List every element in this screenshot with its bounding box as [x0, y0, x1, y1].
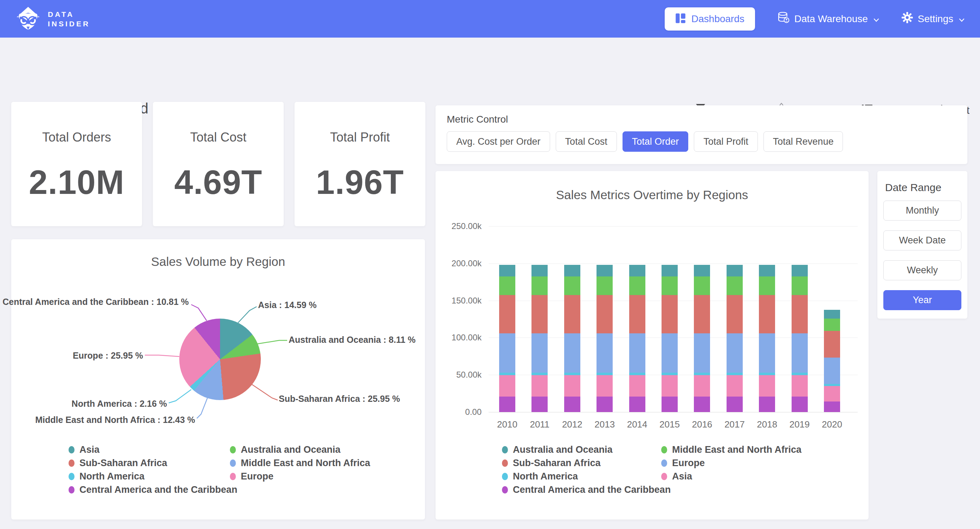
- x-axis-label: 2013: [589, 419, 620, 430]
- bar-segment: [564, 265, 580, 276]
- pie-slice-label: Sub-Saharan Africa : 25.95 %: [279, 394, 400, 404]
- legend-item[interactable]: Sub-Saharan Africa: [68, 458, 167, 468]
- bar-segment: [824, 386, 840, 401]
- bar-segment: [824, 310, 840, 319]
- metric-control-card: Metric Control Avg. Cost per OrderTotal …: [436, 105, 967, 164]
- kpi-label: Total Orders: [11, 130, 142, 145]
- legend-item[interactable]: Asia: [661, 471, 692, 481]
- bar-segment: [792, 295, 808, 334]
- bar-segment: [694, 375, 710, 396]
- legend-marker: [502, 473, 508, 480]
- bar-segment: [629, 276, 645, 295]
- legend-label: Sub-Saharan Africa: [80, 458, 167, 469]
- kpi-value: 1.96T: [294, 163, 425, 202]
- legend-label: Sub-Saharan Africa: [513, 458, 601, 469]
- legend-item[interactable]: Australia and Oceania: [230, 444, 340, 455]
- pie-slice-label: Europe : 25.95 %: [73, 351, 143, 361]
- gear-icon: [902, 12, 913, 25]
- legend-item[interactable]: Asia: [68, 444, 99, 455]
- metric-button[interactable]: Total Profit: [694, 131, 758, 152]
- nav-dashboards-button[interactable]: Dashboards: [665, 7, 755, 30]
- bar-segment: [629, 265, 645, 276]
- legend-item[interactable]: Central America and the Caribbean: [502, 485, 671, 495]
- metric-button[interactable]: Total Revenue: [764, 131, 843, 152]
- legend-label: North America: [513, 471, 578, 482]
- bar-segment: [727, 397, 743, 412]
- bar-segment: [662, 265, 678, 276]
- bar-segment: [792, 334, 808, 373]
- bar-segment: [792, 397, 808, 412]
- legend-item[interactable]: Europe: [661, 458, 705, 468]
- kpi-value: 2.10M: [11, 163, 142, 202]
- bar-segment: [759, 373, 775, 375]
- bar-column: [694, 265, 710, 412]
- bar-segment: [824, 319, 840, 331]
- bar-segment: [759, 375, 775, 396]
- bar-segment: [531, 295, 548, 334]
- nav-data-warehouse[interactable]: Data Warehouse: [778, 11, 879, 26]
- bar-segment: [629, 375, 645, 396]
- bar-segment: [629, 295, 645, 334]
- date-range-button[interactable]: Weekly: [883, 260, 961, 280]
- bar-column: [499, 265, 515, 412]
- legend-item[interactable]: Europe: [230, 471, 274, 481]
- bar-segment: [694, 334, 710, 373]
- page-header: Sales Dashboard Add Filter Boost: Off: [0, 38, 980, 102]
- pie-slice-label: Middle East and North Africa : 12.43 %: [35, 415, 195, 425]
- bar-segment: [662, 373, 678, 375]
- nav-settings-label: Settings: [918, 13, 953, 25]
- date-range-button[interactable]: Monthly: [883, 200, 961, 221]
- legend-label: Central America and the Caribbean: [80, 485, 237, 495]
- legend-marker: [661, 473, 667, 480]
- legend-item[interactable]: North America: [502, 471, 578, 481]
- legend-label: Asia: [80, 444, 99, 455]
- bar-segment: [597, 375, 612, 396]
- legend-item[interactable]: Middle East and North Africa: [230, 458, 370, 468]
- bar-segment: [629, 334, 645, 373]
- legend-item[interactable]: Australia and Oceania: [502, 444, 612, 455]
- bar-segment: [759, 397, 775, 412]
- bar-segment: [662, 334, 678, 373]
- bar-column: [662, 265, 678, 412]
- x-axis-label: 2016: [686, 419, 718, 430]
- bar-column: [824, 310, 840, 412]
- bar-segment: [597, 265, 612, 276]
- bar-segment: [727, 295, 743, 334]
- bar-column: [531, 265, 548, 412]
- metric-button[interactable]: Total Order: [622, 131, 689, 152]
- bar-segment: [597, 295, 612, 334]
- bar-segment: [597, 373, 612, 375]
- brand[interactable]: DATA INSIDER: [16, 6, 90, 32]
- x-axis-label: 2010: [492, 419, 523, 430]
- legend-item[interactable]: Sub-Saharan Africa: [502, 458, 601, 468]
- metric-button[interactable]: Total Cost: [556, 131, 617, 152]
- pie-leader-line: [191, 305, 207, 321]
- bar-segment: [727, 276, 743, 295]
- bar-segment: [727, 265, 743, 276]
- bar-segment: [499, 265, 515, 276]
- bar-segment: [694, 295, 710, 334]
- metric-buttons: Avg. Cost per OrderTotal CostTotal Order…: [447, 131, 843, 152]
- legend-label: Australia and Oceania: [513, 444, 612, 455]
- kpi-card: Total Orders2.10M: [11, 102, 142, 226]
- bar-segment: [564, 397, 580, 412]
- legend-item[interactable]: Middle East and North Africa: [661, 444, 802, 455]
- legend-label: Central America and the Caribbean: [513, 485, 671, 495]
- pie-chart-card: Sales Volume by Region Asia : 14.59 %Aus…: [11, 239, 425, 519]
- dashboard-grid-icon: [675, 13, 686, 25]
- legend-item[interactable]: Central America and the Caribbean: [68, 485, 237, 495]
- bar-segment: [727, 334, 743, 373]
- date-range-button[interactable]: Year: [883, 290, 961, 310]
- date-range-button[interactable]: Week Date: [883, 230, 961, 251]
- bar-segment: [531, 276, 548, 295]
- bar-segment: [564, 276, 580, 295]
- legend-marker: [68, 486, 75, 494]
- pie-leader-line: [252, 384, 278, 400]
- bar-chart-title: Sales Metrics Overtime by Regions: [436, 188, 869, 202]
- metric-button[interactable]: Avg. Cost per Order: [447, 131, 550, 152]
- legend-item[interactable]: North America: [68, 471, 145, 481]
- pie-slice-label: North America : 2.16 %: [72, 399, 167, 409]
- nav-settings[interactable]: Settings: [902, 12, 964, 25]
- bar-segment: [499, 373, 515, 375]
- database-icon: [778, 11, 789, 26]
